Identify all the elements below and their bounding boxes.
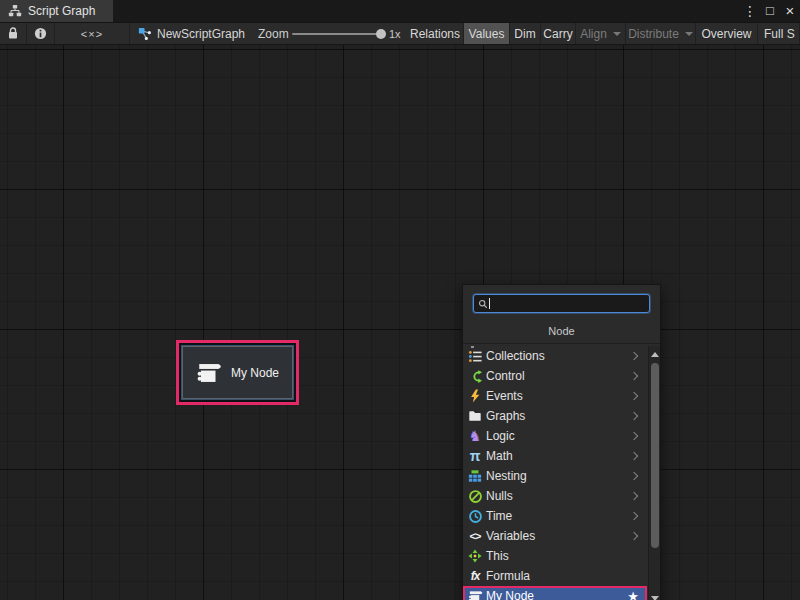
list-item-label: Events bbox=[486, 389, 523, 403]
logic-icon: ♞ bbox=[467, 428, 483, 444]
maximize-icon[interactable]: □ bbox=[760, 0, 780, 22]
window-controls: ⋮ □ × bbox=[740, 0, 800, 22]
triangle-down-icon bbox=[651, 596, 659, 600]
popup-scrollbar[interactable] bbox=[648, 346, 660, 600]
graphs-icon bbox=[467, 408, 483, 424]
unit-icon bbox=[467, 588, 483, 600]
list-item-label: Nesting bbox=[486, 469, 527, 483]
chevron-right-icon bbox=[630, 532, 638, 540]
events-icon bbox=[467, 388, 483, 404]
triangle-up-icon bbox=[651, 352, 659, 357]
collections-icon bbox=[467, 348, 483, 364]
list-item-label: Logic bbox=[486, 429, 515, 443]
zoom-slider-handle[interactable] bbox=[376, 29, 386, 39]
list-item-math[interactable]: π Math bbox=[463, 446, 647, 466]
overview-button[interactable]: Overview bbox=[696, 23, 758, 44]
info-button[interactable] bbox=[27, 23, 55, 44]
distribute-button: Distribute bbox=[626, 23, 696, 44]
relations-button[interactable]: Relations bbox=[407, 23, 464, 44]
pi-glyph: π bbox=[470, 448, 481, 464]
graph-breadcrumb[interactable]: NewScriptGraph bbox=[138, 23, 245, 44]
graph-canvas[interactable]: My Node Node bbox=[0, 45, 800, 600]
chevron-right-icon bbox=[630, 392, 638, 400]
scroll-down-arrow[interactable] bbox=[649, 592, 661, 600]
list-item-label: Collections bbox=[486, 349, 545, 363]
chevron-right-icon bbox=[630, 432, 638, 440]
my-node-unit[interactable]: My Node bbox=[183, 347, 292, 398]
list-item-label: This bbox=[486, 549, 509, 563]
lock-button[interactable] bbox=[0, 23, 27, 44]
list-item-events[interactable]: Events bbox=[463, 386, 647, 406]
more-menu-icon[interactable]: ⋮ bbox=[740, 0, 760, 22]
script-graph-icon bbox=[8, 4, 22, 18]
close-icon[interactable]: × bbox=[780, 0, 800, 22]
tab-script-graph[interactable]: Script Graph bbox=[0, 0, 113, 22]
unit-icon bbox=[196, 360, 222, 386]
list-item-label: My Node bbox=[486, 589, 534, 600]
list-item-this[interactable]: This bbox=[463, 546, 647, 566]
distribute-label: Distribute bbox=[628, 27, 679, 41]
popup-header: Node bbox=[463, 318, 660, 344]
scroll-up-arrow[interactable] bbox=[649, 348, 661, 360]
toolbar-buttons: Relations Values Dim Carry Align Distrib… bbox=[407, 23, 800, 44]
chevron-down-icon bbox=[685, 32, 693, 36]
node-label: My Node bbox=[231, 366, 279, 380]
list-item-nulls[interactable]: Nulls bbox=[463, 486, 647, 506]
fx-glyph: fx bbox=[471, 568, 480, 584]
nulls-icon bbox=[467, 488, 483, 504]
info-icon bbox=[34, 27, 47, 40]
list-item-variables[interactable]: <> Variables bbox=[463, 526, 647, 546]
list-item-label: Nulls bbox=[486, 489, 513, 503]
control-icon bbox=[467, 368, 483, 384]
list-item-nesting[interactable]: Nesting bbox=[463, 466, 647, 486]
time-icon bbox=[467, 508, 483, 524]
this-icon bbox=[467, 548, 483, 564]
angle-brackets-glyph: <> bbox=[470, 528, 481, 544]
dim-button[interactable]: Dim bbox=[510, 23, 541, 44]
list-item-formula[interactable]: fx Formula bbox=[463, 566, 647, 586]
code-preview-button[interactable]: <×> bbox=[55, 23, 130, 44]
fuzzy-finder-popup: Node Collec bbox=[462, 284, 661, 600]
search-field[interactable] bbox=[473, 294, 650, 313]
zoom-value: 1x bbox=[389, 23, 401, 44]
knight-glyph: ♞ bbox=[469, 428, 482, 444]
chevron-right-icon bbox=[630, 472, 638, 480]
chevron-right-icon bbox=[630, 352, 638, 360]
option-list: Collections Control bbox=[463, 346, 660, 600]
math-icon: π bbox=[467, 448, 483, 464]
text-caret bbox=[489, 298, 490, 309]
tab-label: Script Graph bbox=[28, 4, 95, 18]
list-item-label: Variables bbox=[486, 529, 535, 543]
search-input[interactable] bbox=[492, 296, 645, 311]
zoom-slider[interactable] bbox=[292, 33, 382, 35]
formula-icon: fx bbox=[467, 568, 483, 584]
nesting-icon bbox=[467, 468, 483, 484]
list-item-my-node[interactable]: My Node ★ bbox=[463, 586, 647, 600]
list-item-label: Math bbox=[486, 449, 513, 463]
favorite-star-icon[interactable]: ★ bbox=[627, 589, 639, 600]
graph-asset-icon bbox=[138, 27, 152, 41]
chevron-right-icon bbox=[630, 512, 638, 520]
list-item-time[interactable]: Time bbox=[463, 506, 647, 526]
zoom-label: Zoom bbox=[258, 23, 289, 44]
title-bar: Script Graph ⋮ □ × bbox=[0, 0, 800, 22]
scrollbar-thumb[interactable] bbox=[651, 363, 659, 548]
graph-toolbar: <×> NewScriptGraph Zoom 1x Relations Val… bbox=[0, 22, 800, 45]
list-item-label: Formula bbox=[486, 569, 530, 583]
chevron-right-icon bbox=[630, 492, 638, 500]
carry-button[interactable]: Carry bbox=[541, 23, 576, 44]
list-item-control[interactable]: Control bbox=[463, 366, 647, 386]
graph-name: NewScriptGraph bbox=[157, 27, 245, 41]
chevron-right-icon bbox=[630, 372, 638, 380]
list-item-logic[interactable]: ♞ Logic bbox=[463, 426, 647, 446]
align-button: Align bbox=[576, 23, 626, 44]
full-screen-button[interactable]: Full S bbox=[758, 23, 800, 44]
list-item-graphs[interactable]: Graphs bbox=[463, 406, 647, 426]
search-row bbox=[463, 285, 660, 318]
chevron-right-icon bbox=[630, 452, 638, 460]
variables-icon: <> bbox=[467, 528, 483, 544]
values-button[interactable]: Values bbox=[464, 23, 510, 44]
script-graph-window: Script Graph ⋮ □ × bbox=[0, 0, 800, 600]
list-item-collections[interactable]: Collections bbox=[463, 346, 647, 366]
list-item-label: Control bbox=[486, 369, 525, 383]
